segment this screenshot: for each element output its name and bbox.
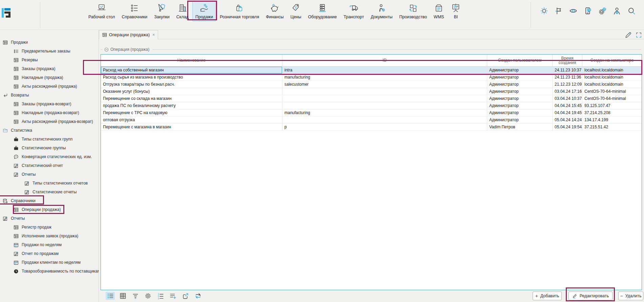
sidebar-item-12[interactable]: Типы статистических групп <box>0 135 99 144</box>
grid-view-button[interactable] <box>118 292 127 300</box>
module-catalogs[interactable]: Справочники <box>119 1 150 21</box>
profile-button[interactable] <box>613 6 621 15</box>
sidebar-item-25[interactable]: Отчет по продажам <box>0 249 99 258</box>
module-equipment[interactable]: Оборудование <box>305 1 340 21</box>
sidebar-item-11[interactable]: Статистика <box>0 126 99 135</box>
sidebar-item-18[interactable]: Статистические отчеты <box>0 188 99 196</box>
flag-icon <box>554 6 563 15</box>
sidebar-item-8[interactable]: Заказы (продажа-возврат) <box>0 100 99 108</box>
sidebar-item-27[interactable]: Товарооборачиваемость по поставщикам <box>0 267 99 276</box>
mobile-chat-button[interactable] <box>583 6 592 15</box>
column-header-1[interactable]: Наименование <box>101 55 282 66</box>
tab-close-icon[interactable]: × <box>152 33 155 37</box>
table-row-7[interactable]: Перемещение с ТРС на кладовуюmanufacturi… <box>101 109 642 116</box>
sidebar-item-20[interactable]: Операции (продажа) <box>0 205 99 214</box>
sidebar-item-6[interactable]: Акты расхождений (продажа) <box>0 82 99 91</box>
list-view-button[interactable] <box>106 292 115 300</box>
purchases-icon <box>157 3 167 13</box>
sidebar-item-21[interactable]: Отчеты <box>0 214 99 223</box>
sidebar-item-14[interactable]: Конвертация статистических ед. изм. <box>0 152 99 161</box>
table-cell: Администратор <box>487 116 553 123</box>
column-header-4[interactable]: Время создания <box>553 55 582 66</box>
svg-text:$: $ <box>295 6 297 9</box>
module-desktop[interactable]: Рабочий стол <box>85 1 118 21</box>
table-cell <box>282 102 487 109</box>
flag-button[interactable] <box>554 6 563 15</box>
brightness-button[interactable] <box>540 6 549 15</box>
module-purchases[interactable]: Закупки <box>151 1 173 21</box>
edit-button[interactable]: Редактировать <box>568 292 613 300</box>
sidebar-item-label: Отчеты <box>22 172 36 177</box>
module-warehouse[interactable]: Склад <box>173 1 192 21</box>
table-row-3[interactable]: Отгрузка товара/тары по безнал.расч.sale… <box>101 81 642 88</box>
sidebar-item-9[interactable]: Накладные (продажа-возврат) <box>0 108 99 117</box>
pencil-icon <box>572 294 577 299</box>
gear-small-button[interactable] <box>143 292 152 300</box>
app-logo[interactable] <box>2 8 10 18</box>
table-cell: CentOS-70-64-minimal <box>582 88 642 95</box>
reload-button[interactable] <box>193 292 202 300</box>
sidebar-item-label: Статистический отчет <box>22 163 63 168</box>
table-cell: Администратор <box>487 81 553 88</box>
sidebar-item-10[interactable]: Акты расхождений (продажа-возврат) <box>0 117 99 126</box>
column-header-5[interactable]: Создан на компьютере <box>582 55 642 66</box>
edit-view-button[interactable] <box>625 31 632 39</box>
delete-button[interactable]: − Удалить <box>618 292 643 300</box>
warehouse-icon <box>177 3 188 13</box>
sidebar-item-15[interactable]: Статистический отчет <box>0 161 99 170</box>
table-cell: salecustomer <box>282 81 487 88</box>
module-bi[interactable]: BI <box>448 1 464 21</box>
sidebar-item-3[interactable]: Резервы <box>0 56 99 64</box>
module-retail[interactable]: Розничная торговля <box>217 1 262 21</box>
sidebar-item-19[interactable]: Справочники <box>0 196 99 205</box>
expand-icon <box>636 32 642 38</box>
table-row-9[interactable]: Перемещение с магазина в магазинpVadim П… <box>101 124 642 131</box>
sidebar-item-7[interactable]: Возвраты <box>0 91 99 100</box>
module-label: Розничная торговля <box>220 15 259 19</box>
filter-icon <box>132 293 139 299</box>
add-lines-button[interactable] <box>168 292 177 300</box>
sidebar-item-label: Конвертация статистических ед. изм. <box>22 154 92 159</box>
export-button[interactable] <box>181 292 190 300</box>
module-finance[interactable]: Финансы <box>263 1 286 21</box>
table-row-1[interactable]: Расход на собственный магазинintraАдмини… <box>101 67 642 74</box>
sidebar-item-1[interactable]: Продажи <box>0 38 99 47</box>
numbered-list-button[interactable]: 123 <box>156 292 165 300</box>
table-row-2[interactable]: Расход сырья из магазина в производствоm… <box>101 74 642 81</box>
module-sales[interactable]: Продажи <box>192 1 216 21</box>
table-icon <box>14 84 19 89</box>
sidebar-item-13[interactable]: Статистические группы <box>0 144 99 152</box>
sidebar-item-22[interactable]: Регистр продаж <box>0 223 99 232</box>
add-button[interactable]: + Добавить <box>533 292 562 300</box>
settings-button[interactable] <box>598 6 607 15</box>
table-cell: 37.215.51.42 <box>582 124 642 130</box>
sidebar-item-4[interactable]: Заказы (продажа) <box>0 64 99 73</box>
sidebar-item-2[interactable]: Предварительные заказы <box>0 47 99 56</box>
table-row-5[interactable]: Перемещение со склада на магазинАдминист… <box>101 95 642 102</box>
collapse-icon[interactable] <box>104 47 109 52</box>
groupbox-title: Операция (продажа) <box>110 47 149 52</box>
module-documents[interactable]: Документы <box>368 1 395 21</box>
column-header-2[interactable]: ID <box>282 55 487 66</box>
module-transport[interactable]: Транспорт <box>341 1 367 21</box>
catalogs-icon <box>129 3 139 13</box>
module-wms[interactable]: WMS <box>431 1 447 21</box>
sidebar-item-16[interactable]: Отчеты <box>0 170 99 179</box>
eye-button[interactable] <box>569 6 578 15</box>
table-row-8[interactable]: оптовая отгрузкаАдминистратор05.04.24 14… <box>101 116 642 124</box>
search-button[interactable] <box>627 6 636 15</box>
sidebar-item-24[interactable]: Продажи по неделям <box>0 240 99 249</box>
sidebar-item-26[interactable]: Продажи клиентам по неделям <box>0 258 99 267</box>
sidebar-item-5[interactable]: Накладные (продажа) <box>0 73 99 82</box>
fullscreen-button[interactable] <box>636 32 642 38</box>
sidebar-item-17[interactable]: Типы статистических отчетов <box>0 179 99 188</box>
table-row-4[interactable]: Оказание услуг (бонусы)Администратор03.0… <box>101 88 642 95</box>
module-production[interactable]: Производство <box>396 1 430 21</box>
table-cell: Администратор <box>487 95 553 102</box>
tab-operations-sale[interactable]: Операции (продажа) × <box>99 30 158 39</box>
filter-button[interactable] <box>131 292 140 300</box>
column-header-3[interactable]: Создан пользователем <box>487 55 553 66</box>
sidebar-item-23[interactable]: Исполнение заявок (продажа) <box>0 232 99 240</box>
module-prices[interactable]: $Цены <box>287 1 304 21</box>
table-row-6[interactable]: продажа ПС по безналичному расчетуАдмини… <box>101 102 642 109</box>
